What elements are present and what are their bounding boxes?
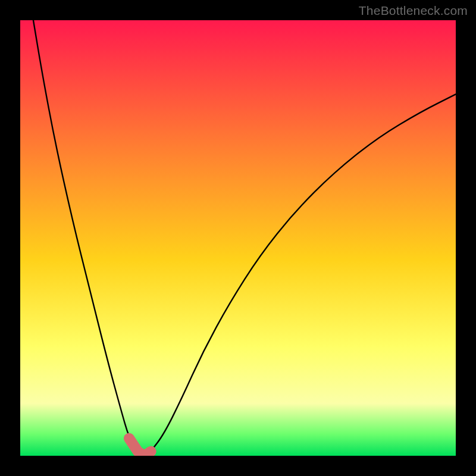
optimal-region-marker — [129, 439, 151, 456]
watermark-text: TheBottleneck.com — [359, 4, 468, 18]
bottleneck-curve — [33, 20, 456, 455]
curve-layer — [20, 20, 456, 456]
chart-frame: TheBottleneck.com — [0, 0, 476, 476]
plot-area — [20, 20, 456, 456]
